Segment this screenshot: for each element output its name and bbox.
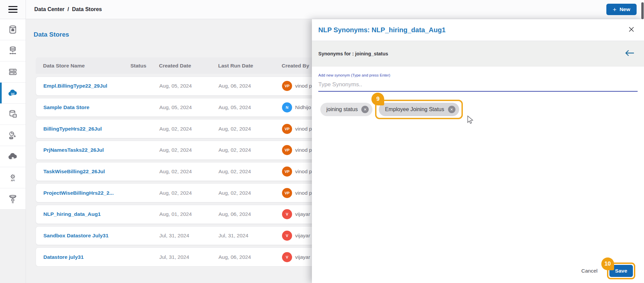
- column-header-name: Data Store Name: [43, 63, 130, 69]
- plus-icon: +: [613, 6, 616, 13]
- back-arrow-icon: [625, 49, 635, 58]
- sidebar-item-funnel-gear[interactable]: [0, 188, 26, 209]
- last-run-date-cell: Aug, 02, 2024: [218, 147, 282, 153]
- chip-label: Employee Joining Status: [385, 106, 444, 112]
- back-button[interactable]: [625, 49, 635, 58]
- created-date-cell: Aug, 02, 2024: [159, 190, 218, 196]
- panel-title: NLP Synonyms: NLP_hiring_data_Aug1: [318, 26, 446, 34]
- step-badge-10: 10: [601, 257, 614, 270]
- creator-name: vinod p: [295, 147, 312, 153]
- breadcrumb-separator: /: [68, 6, 69, 12]
- last-run-date-cell: Jul, 31, 2024: [218, 233, 282, 239]
- created-date-cell: Aug, 02, 2024: [159, 169, 218, 175]
- funnel-gear-icon: [8, 194, 18, 204]
- top-bar: Data Center / Data Stores + New: [0, 0, 644, 19]
- last-run-date-cell: Aug, 06, 2024: [218, 211, 282, 217]
- close-icon: [628, 26, 635, 34]
- tutorial-highlight-outline: 9 Employee Joining Status ×: [375, 100, 462, 119]
- created-date-cell: Jul, 31, 2024: [159, 254, 218, 260]
- data-store-name-link[interactable]: PrjNamesTasks22_26Jul: [43, 147, 131, 153]
- creator-name: vinod p: [295, 83, 312, 89]
- created-date-cell: Aug, 05, 2024: [159, 83, 218, 89]
- cloud-database-icon: [7, 88, 18, 98]
- api-gear-icon: API: [8, 173, 18, 183]
- creator-name: Nidhijo: [295, 104, 311, 110]
- avatar: VP: [282, 145, 292, 155]
- panel-header: NLP Synonyms: NLP_hiring_data_Aug1: [312, 19, 644, 41]
- last-run-date-cell: Aug, 05, 2024: [218, 104, 282, 110]
- avatar: V: [282, 231, 292, 241]
- avatar: VP: [282, 167, 292, 177]
- breadcrumb-parent[interactable]: Data Center: [34, 6, 65, 12]
- sidebar: </>: [0, 19, 26, 283]
- new-button-label: New: [619, 6, 630, 12]
- add-synonym-label: Add new synonym (Type and press Enter): [318, 73, 638, 77]
- synonym-input[interactable]: [318, 80, 638, 92]
- data-store-name-link[interactable]: NLP_hiring_data_Aug1: [43, 211, 131, 217]
- sidebar-item-database-network[interactable]: [0, 40, 26, 61]
- svg-text:API: API: [11, 179, 15, 182]
- created-date-cell: Jul, 31, 2024: [159, 233, 218, 239]
- breadcrumb: Data Center / Data Stores: [34, 6, 102, 12]
- remove-chip-button[interactable]: ×: [448, 106, 455, 113]
- sidebar-item-database-code[interactable]: </>: [0, 104, 26, 125]
- remove-chip-button[interactable]: ×: [361, 106, 369, 113]
- app-window: Data Center / Data Stores + New: [0, 0, 644, 283]
- avatar: N: [282, 102, 292, 112]
- last-run-date-cell: Aug, 02, 2024: [218, 126, 282, 132]
- avatar: VP: [282, 188, 292, 198]
- last-run-date-cell: Aug, 02, 2024: [218, 169, 282, 175]
- created-date-cell: Aug, 05, 2024: [159, 104, 218, 110]
- last-run-date-cell: Aug, 06, 2024: [218, 254, 282, 260]
- svg-text:</>: </>: [13, 114, 16, 117]
- data-store-name-link[interactable]: ProjectWiseBillingHrs22_2...: [43, 190, 131, 196]
- panel-subheader: Synonyms for : joining_status: [312, 41, 644, 66]
- synonym-chips: joining status × 9 Employee Joining Stat…: [318, 100, 638, 119]
- database-code-icon: </>: [8, 109, 18, 119]
- panel-footer: Cancel 10 Save: [581, 263, 635, 279]
- new-button[interactable]: + New: [606, 4, 637, 15]
- creator-name: vinod p: [295, 126, 312, 132]
- synonym-chip-highlighted: Employee Joining Status ×: [379, 103, 459, 116]
- data-store-name-link[interactable]: BillingTypeHrs22_26Jul: [43, 126, 131, 132]
- synonym-chip: joining status ×: [320, 103, 372, 116]
- sidebar-item-database-home[interactable]: [0, 19, 26, 40]
- server-rack-icon: [8, 67, 18, 77]
- sidebar-item-database-sync[interactable]: [0, 125, 26, 146]
- breadcrumb-current: Data Stores: [72, 6, 102, 12]
- sidebar-item-cloud[interactable]: [0, 146, 26, 167]
- cloud-icon: [7, 151, 18, 162]
- last-run-date-cell: Aug, 02, 2024: [218, 190, 282, 196]
- data-store-name-link[interactable]: Empl.BillingType22_29Jul: [43, 83, 131, 89]
- creator-name: vinod p: [295, 169, 312, 175]
- chip-label: joining status: [326, 106, 358, 112]
- data-store-name-link[interactable]: Sandbox Datastore July31: [43, 233, 131, 239]
- sidebar-item-cloud-database-active[interactable]: [0, 83, 26, 104]
- last-run-date-cell: Aug, 06, 2024: [218, 83, 282, 89]
- hamburger-menu-button[interactable]: [0, 0, 26, 19]
- created-date-cell: Aug, 02, 2024: [159, 126, 218, 132]
- database-home-icon: [8, 25, 18, 35]
- creator-name: vijayar: [295, 254, 310, 260]
- database-sync-icon: [8, 130, 18, 140]
- sidebar-item-api-gear[interactable]: API: [0, 167, 26, 188]
- data-store-name-link[interactable]: Datastore july31: [43, 254, 131, 260]
- avatar: V: [282, 252, 292, 262]
- creator-name: vijayar: [295, 211, 310, 217]
- creator-name: vinod p: [295, 190, 312, 196]
- created-date-cell: Aug, 01, 2024: [159, 211, 218, 217]
- data-store-name-link[interactable]: Sample Data Store: [43, 104, 131, 110]
- hamburger-icon: [8, 6, 17, 13]
- avatar: V: [282, 209, 292, 219]
- creator-name: vijayar: [295, 233, 310, 239]
- created-date-cell: Aug, 02, 2024: [159, 147, 218, 153]
- close-panel-button[interactable]: [628, 26, 635, 34]
- data-store-name-link[interactable]: TaskWiseBilling22_26Jul: [43, 169, 131, 175]
- sidebar-item-server-rack[interactable]: [0, 61, 26, 83]
- column-header-created-date: Created Date: [159, 63, 218, 69]
- database-network-icon: [8, 46, 18, 56]
- cancel-button[interactable]: Cancel: [581, 268, 598, 274]
- vertical-scrollbar-thumb[interactable]: [641, 2, 644, 19]
- column-header-last-run-date: Last Run Date: [218, 63, 282, 69]
- nlp-synonyms-panel: NLP Synonyms: NLP_hiring_data_Aug1 Synon…: [312, 19, 644, 283]
